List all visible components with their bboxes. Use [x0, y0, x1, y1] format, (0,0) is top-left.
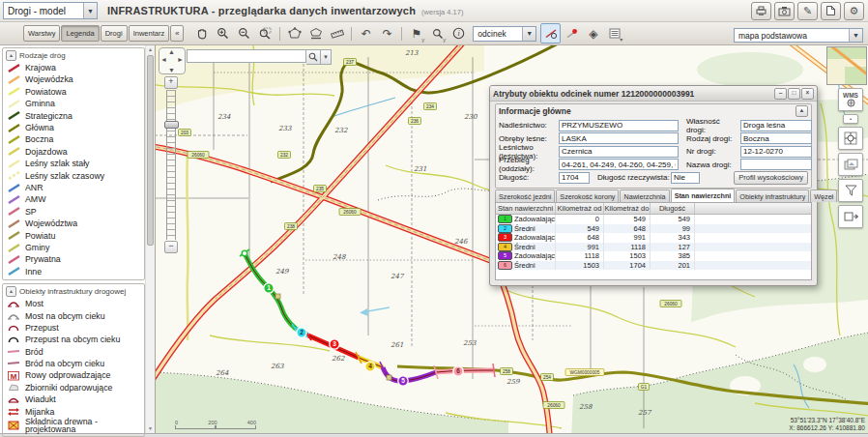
- report-icon[interactable]: [821, 2, 841, 20]
- collapse-group-icon[interactable]: ▴: [6, 50, 16, 61]
- wlasnosc-field[interactable]: [740, 120, 812, 131]
- pavement-state-row[interactable]: 2Średni 549 648 99: [496, 224, 811, 234]
- search-options-icon[interactable]: ▼: [321, 49, 332, 65]
- close-icon[interactable]: ×: [801, 88, 814, 100]
- przebieg-field[interactable]: [559, 159, 679, 170]
- chevron-down-icon[interactable]: ▼: [83, 3, 97, 18]
- svg-text:5: 5: [401, 377, 405, 384]
- tab-warstwy[interactable]: Warstwy: [23, 25, 60, 42]
- zoom-plus-button[interactable]: +: [164, 76, 178, 89]
- zoom-minus-button[interactable]: −: [164, 241, 178, 253]
- scroll-up-icon[interactable]: ▲: [146, 45, 155, 54]
- dialog-titlebar[interactable]: Atrybuty obiektu odcinek numer 121200000…: [490, 86, 817, 102]
- column-header[interactable]: Stan nawierzchni: [496, 203, 556, 214]
- clear-selection-icon[interactable]: [562, 23, 582, 44]
- profile-button[interactable]: Profil wysokościowy: [734, 171, 808, 185]
- undo-icon[interactable]: ↶: [356, 23, 376, 44]
- tab-szerokosc-jezdni[interactable]: Szerokość jezdni: [495, 189, 555, 202]
- collapse-tools-icon[interactable]: •: [843, 114, 858, 124]
- model-select[interactable]: Drogi - model ▼: [3, 2, 98, 19]
- pavement-state-row[interactable]: 4Średni 991 1118 127: [496, 243, 811, 252]
- basemap-select[interactable]: mapa podstawowa ▼: [734, 28, 863, 43]
- filter-funnel-icon[interactable]: [838, 179, 863, 202]
- tab-nawierzchnia[interactable]: Nawierzchnia: [620, 189, 669, 202]
- column-header[interactable]: Długość: [651, 203, 695, 214]
- scrollbar-thumb[interactable]: [147, 55, 154, 246]
- legend-item-label: Wojewódzka: [25, 75, 139, 83]
- pan-control[interactable]: ▲◄ ►▼: [159, 47, 186, 74]
- obreby-field[interactable]: [559, 132, 679, 144]
- route-marker[interactable]: 1: [264, 283, 274, 293]
- legend-item: Gminy: [4, 242, 143, 253]
- column-header[interactable]: Kilometraż do: [604, 203, 651, 214]
- snapshot-icon[interactable]: [774, 2, 795, 20]
- nadlesnictwo-field[interactable]: [559, 120, 679, 131]
- overview-minimap[interactable]: [826, 46, 867, 85]
- center-target-icon[interactable]: [838, 127, 863, 150]
- feature-type-select[interactable]: odcinek ▼: [473, 26, 536, 42]
- km-to-cell: 1118: [604, 243, 651, 252]
- chevron-down-icon[interactable]: ▼: [522, 27, 535, 41]
- route-start-node: [242, 250, 247, 256]
- collapse-group-icon[interactable]: ▴: [6, 286, 16, 297]
- scroll-down-icon[interactable]: ▼: [146, 424, 155, 433]
- pavement-state-row[interactable]: 1Zadowalający 0 549 549: [496, 215, 811, 224]
- wms-button[interactable]: WMS: [838, 88, 863, 111]
- zoom-track[interactable]: [166, 90, 176, 240]
- tab-stan-nawierzchni[interactable]: Stan nawierzchni: [671, 189, 736, 202]
- maximize-icon[interactable]: □: [788, 88, 800, 100]
- measure-length-icon[interactable]: [327, 23, 347, 44]
- dlugosc-rzecz-field[interactable]: [671, 172, 700, 184]
- results-list-icon[interactable]: ▾: [604, 23, 624, 44]
- collapse-panel-button[interactable]: «: [170, 25, 184, 42]
- pavement-state-row[interactable]: 5Zadowalający 1118 1503 385: [496, 251, 811, 261]
- chevron-down-icon[interactable]: ▼: [849, 29, 862, 42]
- tab-wezel[interactable]: Węzeł: [810, 189, 837, 202]
- tab-drogi[interactable]: Drogi: [101, 25, 128, 42]
- route-marker[interactable]: 2: [297, 328, 306, 337]
- zoom-out-icon[interactable]: [234, 23, 254, 44]
- collapse-section-icon[interactable]: ▴: [796, 105, 808, 117]
- edit-icon[interactable]: ✎: [797, 2, 818, 20]
- measure-area-alt-icon[interactable]: [305, 23, 326, 44]
- info-icon[interactable]: i: [448, 23, 469, 44]
- svg-text:258: 258: [503, 369, 510, 374]
- map-canvas[interactable]: 1234562032606023523826060236234237232258…: [156, 45, 868, 433]
- route-marker[interactable]: 6: [453, 366, 463, 376]
- sidebar-scrollbar[interactable]: ▲ ▼: [145, 45, 155, 433]
- zoom-selection-icon[interactable]: y: [427, 23, 448, 44]
- minimize-icon[interactable]: –: [774, 88, 787, 100]
- route-marker[interactable]: 4: [365, 362, 375, 371]
- search-icon[interactable]: [306, 49, 321, 65]
- pick-segment-icon[interactable]: [540, 23, 561, 44]
- pan-hand-icon[interactable]: [191, 23, 212, 44]
- layers-image-icon[interactable]: [838, 153, 863, 176]
- center-selection-icon[interactable]: ◈: [583, 23, 603, 44]
- search-input[interactable]: [187, 49, 306, 63]
- zoom-window-icon[interactable]: [255, 23, 275, 44]
- tab-inwentarz[interactable]: Inwentarz: [129, 25, 170, 42]
- zoom-handle[interactable]: [164, 121, 179, 129]
- route-marker[interactable]: 5: [398, 376, 408, 386]
- export-icon[interactable]: [838, 205, 863, 228]
- column-header[interactable]: Kilometraż od: [556, 203, 604, 214]
- nr-drogi-field[interactable]: [740, 146, 812, 158]
- dlugosc-field[interactable]: [559, 172, 590, 184]
- redo-icon[interactable]: ↷: [377, 23, 397, 44]
- tab-legenda[interactable]: Legenda: [61, 25, 99, 42]
- measure-area-icon[interactable]: [284, 23, 304, 44]
- settings-icon[interactable]: ⚙: [844, 2, 864, 20]
- zoom-slider[interactable]: + −: [164, 76, 177, 253]
- tab-szerokosc-korony[interactable]: Szerokość korony: [556, 189, 619, 202]
- lesnictwo-field[interactable]: [559, 146, 679, 158]
- print-icon[interactable]: [751, 2, 771, 20]
- select-flag-icon[interactable]: ⚑y: [406, 23, 426, 44]
- nazwa-drogi-field[interactable]: [740, 159, 812, 170]
- tab-obiekty-infrastruktury[interactable]: Obiekty infrastruktury: [736, 189, 809, 202]
- pavement-state-row[interactable]: 6Średni 1503 1704 201: [496, 261, 811, 271]
- pavement-state-row[interactable]: 3Zadowalający 648 991 343: [496, 233, 811, 243]
- zoom-in-icon[interactable]: [213, 23, 233, 44]
- route-marker[interactable]: 3: [330, 339, 339, 349]
- rodzaj-field[interactable]: [740, 132, 812, 144]
- attributes-dialog[interactable]: Atrybuty obiektu odcinek numer 121200000…: [489, 85, 818, 286]
